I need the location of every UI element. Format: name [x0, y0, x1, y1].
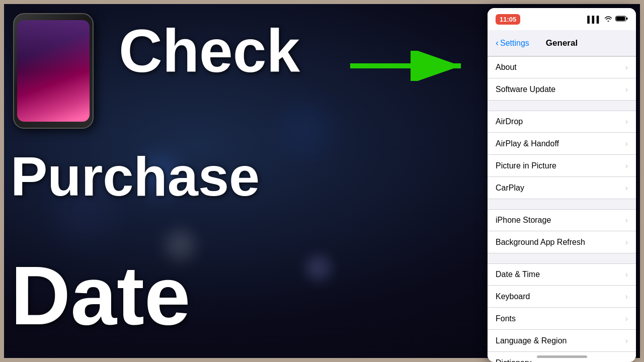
settings-item-label: iPhone Storage: [496, 216, 551, 225]
settings-group-1: About › Software Update ›: [488, 56, 636, 101]
settings-item-background-app-refresh[interactable]: Background App Refresh ›: [488, 231, 636, 253]
wifi-icon: [604, 16, 612, 23]
settings-item-label: Language & Region: [496, 336, 567, 345]
chevron-right-icon: ›: [625, 161, 628, 170]
settings-item-label: Fonts: [496, 314, 516, 323]
chevron-right-icon: ›: [625, 358, 628, 363]
settings-item-software-update[interactable]: Software Update ›: [488, 78, 636, 101]
home-indicator: [537, 355, 587, 358]
settings-group-4: Date & Time › Keyboard › Fonts › Languag…: [488, 263, 636, 362]
text-check: Check: [119, 21, 300, 81]
chevron-right-icon: ›: [625, 85, 628, 94]
chevron-right-icon: ›: [625, 216, 628, 225]
settings-item-label: Date & Time: [496, 270, 540, 279]
settings-item-label: AirDrop: [496, 117, 523, 126]
chevron-right-icon: ›: [625, 238, 628, 247]
nav-bar: ‹ Settings General: [488, 30, 636, 56]
settings-item-label: Dictionary: [496, 358, 531, 363]
back-button[interactable]: ‹ Settings: [496, 38, 529, 48]
status-time: 11:05: [496, 14, 520, 25]
chevron-right-icon: ›: [625, 292, 628, 301]
text-date: Date: [11, 254, 191, 337]
chevron-right-icon: ›: [625, 117, 628, 126]
green-arrow-icon: [350, 51, 471, 81]
settings-item-airplay-handoff[interactable]: AirPlay & Handoff ›: [488, 133, 636, 155]
settings-item-about[interactable]: About ›: [488, 56, 636, 78]
battery-icon: [615, 16, 628, 23]
chevron-right-icon: ›: [625, 336, 628, 345]
svg-rect-3: [616, 17, 625, 21]
settings-group-2: AirDrop › AirPlay & Handoff › Picture in…: [488, 111, 636, 199]
settings-item-label: Background App Refresh: [496, 238, 585, 247]
settings-item-label: AirPlay & Handoff: [496, 139, 559, 148]
back-chevron-icon: ‹: [496, 38, 499, 48]
group-spacer-3: [488, 253, 636, 263]
status-icons: ▌▌▌: [587, 16, 628, 23]
background: Check Purchase Date 11:05 ▌▌▌: [0, 0, 644, 362]
settings-item-label: Keyboard: [496, 292, 530, 301]
settings-item-picture-in-picture[interactable]: Picture in Picture ›: [488, 155, 636, 177]
settings-item-language-region[interactable]: Language & Region ›: [488, 330, 636, 352]
left-content: Check Purchase Date: [8, 8, 471, 362]
settings-item-iphone-storage[interactable]: iPhone Storage ›: [488, 209, 636, 231]
signal-icon: ▌▌▌: [587, 16, 601, 23]
settings-item-label: About: [496, 63, 517, 72]
svg-rect-4: [626, 18, 628, 20]
chevron-right-icon: ›: [625, 270, 628, 279]
iphone-image: [13, 13, 114, 144]
settings-item-carplay[interactable]: CarPlay ›: [488, 177, 636, 199]
group-spacer-1: [488, 101, 636, 111]
back-label: Settings: [500, 39, 529, 48]
settings-item-fonts[interactable]: Fonts ›: [488, 308, 636, 330]
settings-list: About › Software Update › AirDrop › AirP…: [488, 56, 636, 362]
ios-panel: 11:05 ▌▌▌: [488, 8, 636, 362]
settings-item-date-time[interactable]: Date & Time ›: [488, 263, 636, 286]
settings-item-keyboard[interactable]: Keyboard ›: [488, 286, 636, 308]
chevron-right-icon: ›: [625, 314, 628, 323]
group-spacer-2: [488, 199, 636, 209]
chevron-right-icon: ›: [625, 63, 628, 72]
settings-group-3: iPhone Storage › Background App Refresh …: [488, 209, 636, 253]
page-title: General: [546, 38, 578, 48]
text-purchase: Purchase: [11, 149, 260, 204]
chevron-right-icon: ›: [625, 139, 628, 148]
settings-item-airdrop[interactable]: AirDrop ›: [488, 111, 636, 133]
settings-item-label: Software Update: [496, 85, 555, 94]
status-bar: 11:05 ▌▌▌: [488, 8, 636, 30]
settings-item-label: Picture in Picture: [496, 161, 556, 170]
settings-item-label: CarPlay: [496, 184, 524, 193]
iphone-screen: [17, 20, 90, 122]
chevron-right-icon: ›: [625, 184, 628, 193]
